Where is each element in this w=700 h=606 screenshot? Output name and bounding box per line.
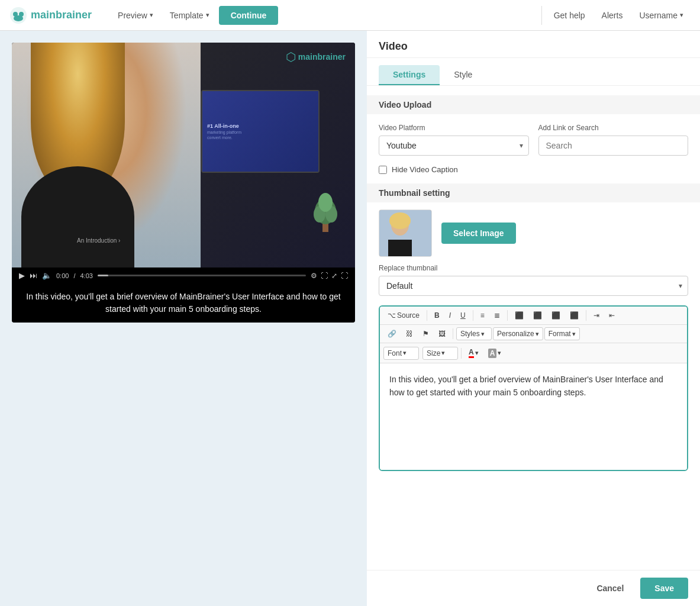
right-panel: Video Settings Style Video Upload Video … — [367, 31, 700, 606]
logo[interactable]: mainbrainer — [9, 7, 92, 24]
unordered-list-button[interactable]: ≣ — [490, 309, 504, 322]
left-panel: #1 All-in-one marketing platform convert… — [0, 31, 367, 606]
resize-icon[interactable]: ⤢ — [331, 272, 337, 280]
thumbnail-preview — [379, 209, 432, 257]
bottom-bar: Cancel Save — [367, 570, 700, 606]
bg-color-button[interactable]: A ▾ — [484, 346, 506, 360]
replace-thumbnail-group: Replace thumbnail DefaultCustom ▾ — [379, 264, 688, 296]
thumbnail-section-header: Thumbnail setting — [367, 183, 700, 202]
main-layout: #1 All-in-one marketing platform convert… — [0, 31, 700, 606]
editor-content-area[interactable]: In this video, you'll get a brief overvi… — [380, 363, 687, 470]
nav-right: Get help Alerts Username ▾ — [547, 7, 691, 24]
tab-settings[interactable]: Settings — [379, 65, 440, 85]
source-icon: ⌥ — [388, 311, 396, 320]
cancel-button[interactable]: Cancel — [587, 579, 633, 598]
username-menu[interactable]: Username ▾ — [632, 7, 691, 24]
chevron-down-icon: ▾ — [481, 330, 485, 338]
video-intro-label: An Introduction › — [77, 237, 120, 244]
align-right-button[interactable]: ⬛ — [547, 309, 564, 322]
chevron-down-icon: ▾ — [536, 330, 539, 338]
svg-point-11 — [389, 212, 411, 229]
select-image-button[interactable]: Select Image — [441, 223, 516, 244]
format-dropdown[interactable]: Format ▾ — [544, 327, 580, 340]
chevron-down-icon: ▾ — [680, 11, 683, 19]
nav-links: Preview ▾ Template ▾ Continue — [111, 6, 537, 25]
add-link-group: Add Link or Search — [538, 124, 689, 156]
toolbar-separator — [586, 310, 586, 321]
hide-caption-checkbox[interactable] — [379, 166, 387, 174]
progress-bar[interactable] — [98, 275, 306, 276]
picture-icon[interactable]: ⛶ — [321, 272, 328, 280]
play-button[interactable]: ▶ — [19, 271, 25, 280]
bold-button[interactable]: B — [430, 309, 444, 322]
video-logo-overlay: ⬡ mainbrainer — [286, 50, 346, 64]
screen-mockup-inner: #1 All-in-one marketing platform convert… — [202, 91, 318, 172]
alerts-button[interactable]: Alerts — [595, 7, 630, 24]
size-dropdown[interactable]: Size ▾ — [422, 347, 458, 360]
get-help-button[interactable]: Get help — [547, 7, 592, 24]
panel-header: Video — [367, 31, 700, 58]
outdent-button[interactable]: ⇤ — [605, 309, 619, 322]
align-left-button[interactable]: ⬛ — [511, 309, 528, 322]
continue-button[interactable]: Continue — [219, 6, 279, 25]
template-menu[interactable]: Template ▾ — [163, 7, 217, 24]
mainbrainer-logo-icon: ⬡ — [286, 50, 296, 64]
person-overlay — [12, 43, 201, 267]
logo-text: mainbrainer — [31, 9, 92, 21]
align-center-button[interactable]: ⬛ — [529, 309, 546, 322]
fullscreen-icon[interactable]: ⛶ — [341, 272, 348, 280]
video-placeholder: #1 All-in-one marketing platform convert… — [12, 43, 355, 267]
personalize-dropdown[interactable]: Personalize ▾ — [493, 327, 543, 340]
panel-body: Video Upload Video Platform YoutubeVimeo… — [367, 86, 700, 570]
source-button[interactable]: ⌥ Source — [383, 309, 424, 322]
chevron-down-icon: ▾ — [206, 11, 209, 19]
control-icons: ⚙ ⛶ ⤢ ⛶ — [311, 272, 348, 280]
toolbar-separator — [427, 310, 427, 321]
clothing-overlay — [21, 166, 134, 267]
nav-divider — [541, 6, 542, 25]
flag-button[interactable]: ⚑ — [418, 327, 433, 340]
chevron-down-icon: ▾ — [403, 349, 407, 357]
preview-menu[interactable]: Preview ▾ — [111, 7, 160, 24]
underline-button[interactable]: U — [456, 309, 470, 322]
ordered-list-button[interactable]: ≡ — [476, 309, 489, 322]
logo-icon — [9, 7, 27, 24]
styles-dropdown[interactable]: Styles ▾ — [456, 327, 492, 340]
indent-button[interactable]: ⇥ — [589, 309, 604, 322]
svg-rect-12 — [388, 240, 412, 257]
link-button[interactable]: 🔗 — [383, 327, 401, 340]
chevron-down-icon: ▾ — [150, 11, 153, 19]
replace-thumbnail-select-wrapper: DefaultCustom ▾ — [379, 276, 688, 296]
italic-button[interactable]: I — [445, 309, 455, 322]
unlink-button[interactable]: ⛓ — [402, 327, 417, 340]
rich-text-editor: ⌥ Source B I U ≡ ≣ — [379, 305, 688, 471]
video-platform-row: Video Platform YoutubeVimeoWistiaCustom … — [379, 124, 688, 156]
settings-icon[interactable]: ⚙ — [311, 272, 317, 280]
toolbar-separator — [453, 328, 453, 339]
video-platform-label: Video Platform — [379, 124, 529, 132]
video-platform-select-wrapper: YoutubeVimeoWistiaCustom ▾ — [379, 136, 529, 156]
toolbar-separator — [461, 348, 462, 359]
tab-style[interactable]: Style — [440, 65, 486, 85]
next-button[interactable]: ⏭ — [30, 271, 37, 280]
align-justify-button[interactable]: ⬛ — [566, 309, 583, 322]
toolbar-row-3: Font ▾ Size ▾ A ▾ A ▾ — [380, 343, 687, 363]
add-link-label: Add Link or Search — [538, 124, 689, 132]
time-total: 4:03 — [80, 272, 92, 279]
video-platform-group: Video Platform YoutubeVimeoWistiaCustom … — [379, 124, 529, 156]
toolbar-separator — [473, 310, 473, 321]
save-button[interactable]: Save — [640, 578, 688, 599]
font-dropdown[interactable]: Font ▾ — [383, 347, 419, 360]
video-controls[interactable]: ▶ ⏭ 🔈 0:00 / 4:03 ⚙ ⛶ ⤢ ⛶ — [12, 267, 355, 283]
image-button[interactable]: 🖼 — [434, 327, 450, 340]
video-caption: In this video, you'll get a brief overvi… — [12, 283, 355, 323]
tab-bar: Settings Style — [367, 58, 700, 86]
volume-button[interactable]: 🔈 — [42, 271, 51, 280]
font-color-button[interactable]: A ▾ — [464, 346, 483, 360]
plant-decoration — [308, 185, 343, 232]
replace-thumbnail-select[interactable]: DefaultCustom — [379, 276, 688, 296]
svg-point-8 — [318, 193, 333, 212]
search-input[interactable] — [538, 136, 689, 156]
svg-point-3 — [14, 15, 23, 21]
video-platform-select[interactable]: YoutubeVimeoWistiaCustom — [379, 136, 529, 156]
